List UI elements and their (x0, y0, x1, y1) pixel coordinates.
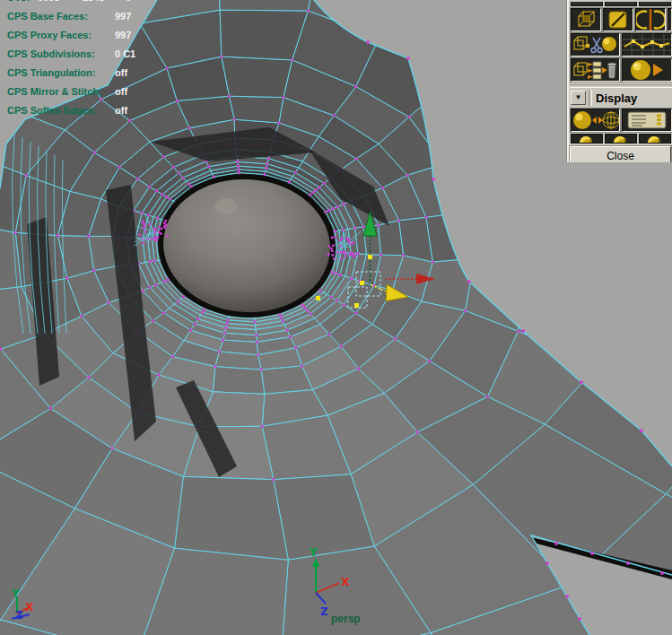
edge-point-graph-icon (623, 34, 671, 56)
shaded-wireframe-toggle-button[interactable] (571, 109, 620, 132)
toolbox-cut-row (571, 2, 672, 6)
sphere-c-button[interactable] (639, 134, 671, 144)
delete-to-trash-button[interactable] (571, 58, 620, 82)
origin-axis-y-label: Y (309, 546, 318, 559)
display-options-icon (628, 112, 666, 128)
camera-name-label: persp (331, 613, 361, 625)
origin-axis-x-label: X (341, 576, 350, 588)
display-section-label: Display (596, 91, 637, 105)
slash-square-icon (609, 12, 626, 28)
polygon-cube-icon (579, 12, 594, 26)
sphere-b-button[interactable] (605, 134, 637, 144)
origin-axis-z-label: Z (320, 605, 328, 618)
shaded-wireframe-toggle-icon (573, 111, 619, 129)
view-axis-x-label: X (25, 601, 34, 613)
split-circle-icon (636, 9, 665, 30)
cut-mesh-scissors-button[interactable] (571, 33, 620, 57)
cut-off-button[interactable] (668, 8, 672, 31)
cps-toolbox-window[interactable]: ▼ Display (566, 0, 672, 162)
sphere-arrow-button[interactable] (622, 58, 672, 82)
view-axis-z-label: Z (15, 609, 23, 622)
sphere-arrow-icon (631, 60, 663, 80)
split-circle-button[interactable] (635, 8, 666, 31)
edge-point-graph-button[interactable] (622, 33, 672, 57)
polygon-cube-button[interactable] (571, 8, 601, 31)
display-collapse-button[interactable]: ▼ (571, 91, 586, 105)
close-button[interactable]: Close (570, 146, 671, 162)
slash-square-button[interactable] (603, 8, 633, 31)
display-options-button[interactable] (622, 109, 672, 132)
delete-to-trash-icon (574, 62, 616, 79)
cut-mesh-scissors-icon (574, 37, 616, 52)
sphere-a-button[interactable] (571, 134, 603, 144)
display-section-header: ▼ Display (571, 89, 672, 107)
view-axis-y-label: Y (11, 587, 20, 600)
